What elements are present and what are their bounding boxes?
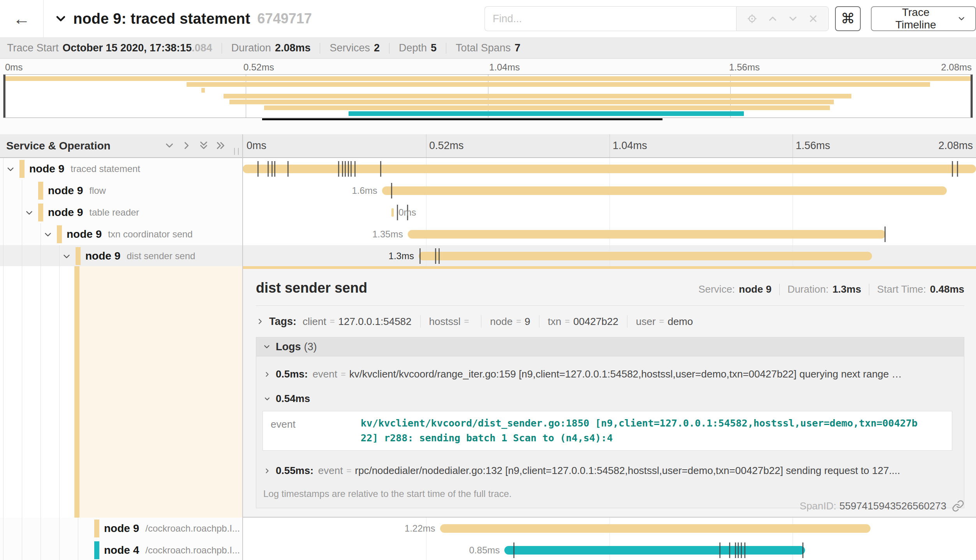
trace-view-selector[interactable]: Trace Timeline: [871, 6, 976, 31]
span-row[interactable]: node 9dist sender send1.3ms: [0, 245, 976, 266]
summary-item: Duration2.08ms: [231, 42, 311, 54]
expand-all-icon[interactable]: [215, 140, 227, 153]
summary-label: Total Spans: [456, 42, 511, 54]
back-button[interactable]: ←: [0, 0, 44, 37]
span-duration-label: 1.35ms: [372, 223, 403, 245]
log-field-value: rpc/nodedialer/nodedialer.go:132 [n9,cli…: [355, 465, 900, 477]
expand-one-icon[interactable]: [181, 140, 192, 153]
minimap-viewport-handle-right[interactable]: [971, 75, 972, 118]
service-name: node 4: [104, 544, 139, 556]
minimap-axis-label: 0.52ms: [243, 62, 274, 73]
tree-guide-line: [3, 266, 4, 518]
span-expander-chevron-icon[interactable]: [43, 230, 52, 239]
span-duration-label: 1.6ms: [352, 180, 377, 202]
span-color-strip: [94, 520, 99, 537]
tree-guide-line: [3, 245, 4, 266]
span-row[interactable]: node 9flow1.6ms: [0, 180, 976, 202]
span-row[interactable]: node 9/cockroach.roachpb.I...1.22ms: [0, 518, 976, 539]
detail-left-gutter: [0, 266, 243, 518]
tree-guide-line: [22, 245, 22, 266]
start-time-label: Start Time:: [877, 283, 926, 295]
summary-value: October 15 2020, 17:38:15: [63, 42, 192, 54]
summary-value: 5: [431, 42, 437, 54]
span-row[interactable]: node 4/cockroach.roachpb.I...0.85ms: [0, 539, 976, 560]
span-duration-bar[interactable]: [382, 186, 947, 195]
span-expander-chevron-icon[interactable]: [5, 164, 15, 174]
clear-find-icon[interactable]: [808, 13, 819, 24]
log-marker-tick: [738, 542, 739, 558]
summary-item: Depth5: [399, 42, 437, 54]
trace-id-short: 6749717: [257, 11, 312, 27]
span-row[interactable]: node 9traced statement: [0, 158, 976, 180]
minimap-viewport-handle-left[interactable]: [4, 75, 5, 118]
span-duration-bar[interactable]: [419, 252, 872, 260]
log-marker-tick: [719, 542, 721, 558]
span-name[interactable]: node 9flow: [48, 180, 106, 202]
column-resizer-handle[interactable]: [234, 148, 239, 155]
span-name[interactable]: node 9txn coordinator send: [67, 223, 193, 245]
operation-name: txn coordinator send: [108, 229, 192, 240]
find-input[interactable]: [484, 6, 736, 31]
tag-key: hostssl: [429, 316, 461, 328]
find-prev-icon[interactable]: [767, 13, 779, 25]
locate-icon[interactable]: [746, 13, 758, 25]
span-color-strip: [94, 541, 99, 559]
tag-item: txn=00427b22: [548, 316, 618, 328]
span-detail-title: dist sender send: [256, 280, 367, 296]
span-duration-bar[interactable]: [243, 165, 976, 173]
trace-summary-bar: Trace StartOctober 15 2020, 17:38:15.084…: [0, 38, 976, 59]
page-title: node 9: traced statement: [73, 11, 250, 27]
tree-guide-line: [22, 202, 22, 223]
find-next-icon[interactable]: [787, 13, 799, 25]
collapse-one-icon[interactable]: [164, 140, 175, 153]
minimap-axis-label: 0ms: [5, 62, 23, 73]
span-duration-bar[interactable]: [391, 208, 394, 217]
tags-row[interactable]: Tags: client=127.0.0.1:54582hostssl=node…: [256, 313, 964, 330]
minimap-canvas[interactable]: [3, 74, 973, 118]
tag-item: client=127.0.0.1:54582: [303, 316, 412, 328]
keyboard-shortcuts-button[interactable]: ⌘: [835, 6, 861, 31]
span-id-label: SpanID:: [800, 500, 836, 512]
tree-guide-line: [59, 266, 60, 518]
summary-separator: [389, 43, 389, 54]
tag-value: 00427b22: [573, 316, 618, 328]
link-icon[interactable]: [952, 500, 964, 512]
log-entry-expanded-header[interactable]: 0.54ms: [256, 393, 964, 405]
log-marker-tick: [802, 542, 803, 558]
log-entry[interactable]: 0.55ms: event = rpc/nodedialer/nodediale…: [256, 465, 964, 477]
tag-key: client: [303, 316, 326, 328]
span-duration-bar[interactable]: [408, 230, 886, 239]
log-timestamp: 0.5ms:: [276, 368, 308, 380]
span-name[interactable]: node 4/cockroach.roachpb.I...: [104, 539, 240, 560]
summary-label: Duration: [231, 42, 271, 54]
equals-sign: =: [330, 316, 335, 327]
span-duration-bar[interactable]: [504, 546, 805, 555]
equals-sign: =: [341, 369, 346, 379]
span-name[interactable]: node 9traced statement: [29, 158, 140, 180]
span-duration-bar[interactable]: [440, 524, 870, 533]
minimap-span-bar: [224, 94, 851, 98]
span-name[interactable]: node 9/cockroach.roachpb.I...: [104, 518, 240, 539]
log-marker-tick: [342, 161, 343, 177]
equals-sign: =: [346, 466, 351, 476]
span-row[interactable]: node 9table reader0ms: [0, 202, 976, 223]
minimap-scrollbar[interactable]: [262, 118, 662, 120]
log-entry[interactable]: 0.5ms: event = kv/kvclient/kvcoord/range…: [256, 368, 964, 380]
span-name[interactable]: node 9dist sender send: [85, 245, 195, 266]
tree-guide-line: [3, 158, 4, 180]
tree-guide-line: [3, 223, 4, 245]
span-rows-bottom: node 9/cockroach.roachpb.I...1.22msnode …: [0, 518, 976, 560]
ruler-tick-label: 0.52ms: [429, 134, 464, 157]
span-name[interactable]: node 9table reader: [48, 202, 139, 223]
span-expander-chevron-icon[interactable]: [62, 251, 71, 261]
span-row[interactable]: node 9txn coordinator send1.35ms: [0, 223, 976, 245]
service-name: node 9: [48, 184, 83, 197]
service-name: node 9: [29, 163, 64, 175]
tree-guide-line: [41, 223, 41, 245]
span-expander-chevron-icon[interactable]: [24, 208, 33, 217]
logs-header[interactable]: Logs (3): [256, 337, 964, 356]
collapse-all-icon[interactable]: [198, 140, 210, 153]
collapse-trace-chevron-icon[interactable]: [54, 12, 68, 26]
column-divider[interactable]: [242, 134, 243, 560]
log-marker-tick: [513, 542, 514, 558]
